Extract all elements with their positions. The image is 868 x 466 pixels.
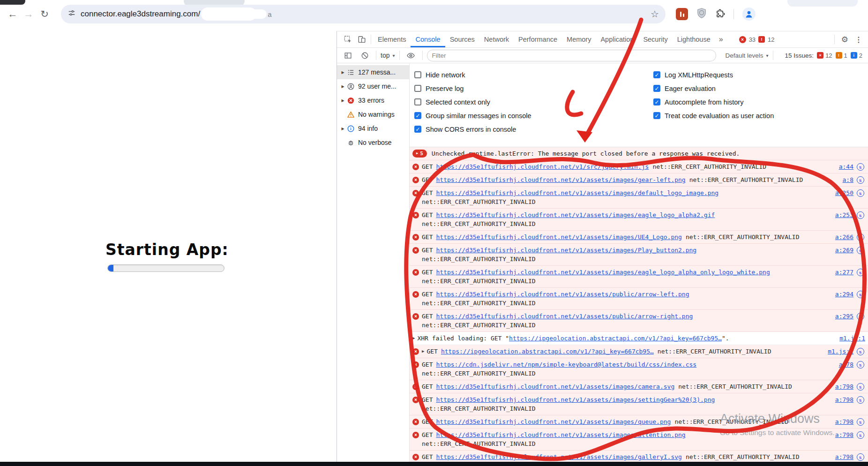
request-url-link[interactable]: https://d35e1ftufisrhj.cloudfront.net/v1… (436, 395, 715, 404)
tab-network[interactable]: Network (479, 31, 514, 47)
source-location-link[interactable]: m1.js:1 (839, 334, 865, 343)
filter-input[interactable] (427, 50, 716, 61)
checkbox[interactable]: ✓ (414, 126, 421, 133)
console-setting-treat-code-evaluation-as-user-action[interactable]: ✓Treat code evaluation as user action (653, 110, 774, 121)
more-tabs-icon[interactable]: » (715, 35, 727, 44)
source-location-link[interactable]: a:798 (835, 395, 853, 404)
tab-performance[interactable]: Performance (514, 31, 562, 47)
console-setting-log-xmlhttprequests[interactable]: ✓Log XMLHttpRequests (653, 69, 774, 81)
request-url-link[interactable]: https://d35e1ftufisrhj.cloudfront.net/v1… (436, 175, 685, 184)
console-setting-group-similar-messages-in-console[interactable]: ✓Group similar messages in console (414, 110, 531, 121)
checkbox[interactable] (414, 71, 421, 78)
updown-circle-icon[interactable]: ⇅ (857, 431, 864, 439)
checkbox[interactable]: ✓ (653, 71, 660, 78)
source-location-link[interactable]: a:798 (835, 382, 853, 391)
expand-caret-icon[interactable]: ▶ (340, 84, 346, 89)
updown-circle-icon[interactable]: ⇅ (857, 247, 864, 254)
tab-security[interactable]: Security (638, 31, 672, 47)
log-levels-dropdown[interactable]: Default levels▾ (726, 52, 769, 59)
extensions-puzzle-icon[interactable] (715, 8, 725, 20)
updown-circle-icon[interactable]: ⇅ (857, 233, 864, 241)
extension-red-icon[interactable] (676, 8, 688, 20)
request-url-link[interactable]: https://cdn.jsdelivr.net/npm/simple-keyb… (436, 360, 696, 369)
request-url-link[interactable]: https://d35e1ftufisrhj.cloudfront.net/v1… (436, 290, 689, 299)
sidebar-item-no-verbose[interactable]: No verbose (337, 135, 409, 150)
source-location-link[interactable]: a:78 (839, 360, 853, 369)
request-url-link[interactable]: https://d35e1ftufisrhj.cloudfront.net/v1… (436, 430, 685, 439)
updown-circle-icon[interactable]: ⇅ (857, 313, 864, 320)
request-url-link[interactable]: https://d35e1ftufisrhj.cloudfront.net/v1… (436, 417, 671, 426)
tab-application[interactable]: Application (596, 31, 638, 47)
checkbox[interactable] (414, 85, 421, 92)
updown-circle-icon[interactable]: ⇅ (857, 396, 864, 404)
shield-extension-icon[interactable] (696, 8, 707, 21)
url-text[interactable]: connector.eagle3dstreaming.com/ (81, 9, 200, 19)
request-url-link[interactable]: https://d35e1ftufisrhj.cloudfront.net/v1… (436, 382, 674, 391)
expand-caret-icon[interactable]: ▶ (340, 127, 346, 131)
source-location-link[interactable]: a:250 (835, 188, 853, 197)
updown-circle-icon[interactable]: ⇅ (857, 176, 864, 184)
device-toolbar-icon[interactable] (355, 35, 369, 44)
request-url-link[interactable]: https://d35e1ftufisrhj.cloudfront.net/v1… (436, 162, 649, 171)
console-setting-hide-network[interactable]: Hide network (414, 69, 531, 81)
issues-count-icon[interactable]: ! (758, 36, 765, 43)
request-url-link[interactable]: https://d35e1ftufisrhj.cloudfront.net/v1… (436, 268, 770, 277)
tab-memory[interactable]: Memory (562, 31, 596, 47)
checkbox[interactable]: ✓ (414, 112, 421, 119)
inspect-element-icon[interactable] (341, 35, 355, 44)
updown-circle-icon[interactable]: ⇅ (857, 383, 864, 391)
source-location-link[interactable]: a:798 (835, 430, 853, 439)
checkbox[interactable]: ✓ (653, 112, 660, 119)
updown-circle-icon[interactable]: ⇅ (857, 189, 864, 197)
reload-icon[interactable]: ↻ (37, 8, 52, 20)
console-setting-eager-evaluation[interactable]: ✓Eager evaluation (653, 83, 774, 94)
site-settings-icon[interactable] (67, 9, 76, 19)
source-location-link[interactable]: a:44 (839, 162, 853, 171)
expand-caret-icon[interactable]: ▶ (422, 347, 424, 356)
request-url-link[interactable]: https://d35e1ftufisrhj.cloudfront.net/v1… (436, 233, 681, 241)
context-selector[interactable]: top▾ (381, 52, 395, 59)
repeat-count-badge[interactable]: ▶5 (412, 150, 427, 158)
sidebar-item-94-info[interactable]: ▶94 info (337, 121, 409, 135)
request-url-link[interactable]: https://d35e1ftufisrhj.cloudfront.net/v1… (436, 246, 696, 255)
updown-circle-icon[interactable]: ⇅ (857, 269, 864, 276)
back-icon[interactable]: ← (5, 8, 21, 20)
devtools-settings-gear-icon[interactable]: ⚙ (841, 35, 848, 45)
request-url-link[interactable]: https://d35e1ftufisrhj.cloudfront.net/v1… (436, 188, 718, 197)
request-url-link[interactable]: https://d35e1ftufisrhj.cloudfront.net/v1… (436, 210, 715, 219)
request-url-link[interactable]: https://ipgeolocation.abstractapi.com/v1… (509, 334, 722, 343)
updown-circle-icon[interactable]: ⇅ (857, 348, 864, 355)
source-location-link[interactable]: a:798 (835, 417, 853, 426)
error-count[interactable]: 33 (749, 36, 756, 43)
issues-count[interactable]: 12 (768, 36, 774, 43)
updown-circle-icon[interactable]: ⇅ (857, 291, 864, 298)
forward-icon[interactable]: → (21, 8, 37, 20)
updown-circle-icon[interactable]: ⇅ (857, 163, 864, 171)
source-location-link[interactable]: a:277 (835, 268, 853, 277)
updown-circle-icon[interactable]: ⇅ (857, 211, 864, 219)
source-location-link[interactable]: a:8 (843, 175, 853, 184)
console-setting-autocomplete-from-history[interactable]: ✓Autocomplete from history (653, 96, 774, 108)
console-setting-preserve-log[interactable]: Preserve log (414, 83, 531, 94)
source-location-link[interactable]: a:253 (835, 210, 853, 219)
source-location-link[interactable]: a:269 (835, 246, 853, 255)
expand-caret-icon[interactable]: ▶ (340, 70, 346, 75)
updown-circle-icon[interactable]: ⇅ (857, 418, 864, 426)
bookmark-star-icon[interactable]: ☆ (651, 8, 659, 20)
checkbox[interactable]: ✓ (653, 98, 660, 105)
error-count-icon[interactable]: × (739, 36, 746, 43)
tab-elements[interactable]: Elements (373, 31, 411, 47)
source-location-link[interactable]: a:295 (835, 312, 853, 321)
issues-counter[interactable]: 15 Issues: ×12!1i2 (785, 52, 862, 59)
source-location-link[interactable]: a:294 (835, 290, 853, 299)
updown-circle-icon[interactable]: ⇅ (857, 361, 864, 368)
updown-circle-icon[interactable]: ⇅ (857, 453, 864, 461)
source-location-link[interactable]: a:266 (835, 233, 853, 241)
sidebar-item-no-warnings[interactable]: No warnings (337, 107, 409, 121)
checkbox[interactable]: ✓ (653, 85, 660, 92)
clear-console-icon[interactable] (358, 52, 372, 60)
profile-avatar-icon[interactable] (742, 8, 756, 21)
devtools-menu-kebab-icon[interactable]: ⋮ (853, 35, 864, 44)
source-location-link[interactable]: m1.js:1 (828, 347, 853, 356)
tab-console[interactable]: Console (411, 31, 445, 47)
